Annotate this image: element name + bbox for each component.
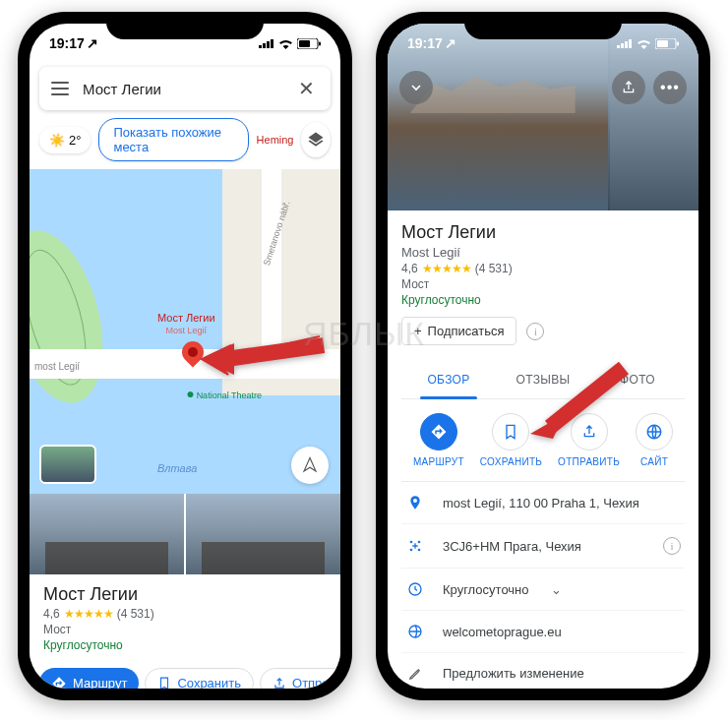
- send-button[interactable]: Отправить: [260, 668, 340, 689]
- layers-button[interactable]: [301, 122, 331, 157]
- stars-icon: ★★★★★: [422, 262, 471, 275]
- phone-frame-left: 19:17 ↗ Мост Легии: [18, 12, 352, 700]
- svg-point-18: [410, 541, 413, 544]
- layers-icon: [307, 131, 325, 149]
- hours-text: Круглосуточно: [443, 582, 529, 597]
- poi-theatre[interactable]: National Theatre: [186, 386, 262, 401]
- plus-code-icon: [405, 538, 425, 554]
- globe-icon: [645, 423, 663, 441]
- address-row[interactable]: most Legií, 110 00 Praha 1, Чехия: [401, 482, 685, 524]
- photo-strip[interactable]: [30, 494, 340, 574]
- info-button[interactable]: i: [663, 537, 681, 555]
- plus-code-row[interactable]: 3CJ6+HM Прага, Чехия i: [401, 524, 685, 569]
- svg-point-19: [418, 541, 421, 544]
- bookmark-icon: [157, 677, 171, 690]
- clock-icon: [405, 581, 425, 597]
- chevron-down-icon: [408, 80, 424, 95]
- signal-icon: [617, 38, 633, 48]
- share-icon: [621, 80, 637, 95]
- search-query[interactable]: Мост Легии: [83, 81, 294, 97]
- rating-count: (4 531): [475, 262, 513, 275]
- action-buttons: Маршрут Сохранить Отправить: [30, 662, 340, 689]
- route-button[interactable]: МАРШРУТ: [413, 413, 464, 467]
- road-label: most Legií: [34, 361, 80, 372]
- svg-rect-12: [629, 39, 632, 48]
- svg-rect-1: [263, 43, 266, 48]
- phone-frame-right: 19:17 ↗: [376, 12, 710, 700]
- annotation-arrow: [525, 360, 634, 444]
- place-title: Мост Легии: [401, 222, 685, 243]
- wifi-icon: [637, 38, 651, 49]
- svg-rect-2: [267, 41, 270, 48]
- directions-icon: [51, 676, 67, 690]
- notch: [464, 12, 622, 39]
- place-hours: Круглосуточно: [43, 638, 327, 652]
- info-list: most Legií, 110 00 Praha 1, Чехия 3CJ6+H…: [401, 481, 685, 689]
- share-icon: [273, 677, 286, 690]
- more-button[interactable]: •••: [653, 71, 687, 104]
- annotation-arrow: [197, 331, 325, 376]
- website-text: welcometoprague.eu: [443, 625, 562, 639]
- hours-row[interactable]: Круглосуточно ⌄: [401, 569, 685, 611]
- weather-temp: 2°: [69, 133, 81, 148]
- weather-chip[interactable]: ☀️ 2°: [39, 127, 91, 153]
- globe-icon: [405, 624, 425, 639]
- river-label: Влтава: [157, 462, 197, 474]
- rating-count: (4 531): [117, 607, 154, 621]
- place-type: Мост: [401, 277, 685, 291]
- hamburger-icon[interactable]: [51, 82, 69, 95]
- rating-value: 4,6: [401, 262, 418, 275]
- svg-rect-15: [677, 41, 679, 45]
- status-time: 19:17: [407, 35, 443, 51]
- photo-thumb[interactable]: [30, 494, 184, 574]
- website-row[interactable]: welcometoprague.eu: [401, 611, 685, 653]
- battery-icon: [655, 38, 679, 49]
- location-services-icon: ↗: [445, 35, 456, 51]
- status-time: 19:17: [49, 35, 85, 51]
- svg-point-21: [418, 549, 421, 552]
- stars-icon: ★★★★★: [64, 607, 113, 621]
- suggest-edit-row[interactable]: Предложить изменение: [401, 653, 685, 689]
- place-subtitle: Most Legií: [401, 245, 685, 260]
- place-hours: Круглосуточно: [401, 293, 685, 307]
- similar-places-chip[interactable]: Показать похожие места: [98, 118, 248, 161]
- map[interactable]: Smetanovo nábř. Мост Легии Most Legií mo…: [30, 169, 340, 494]
- svg-rect-3: [271, 39, 273, 48]
- save-button[interactable]: Сохранить: [145, 668, 254, 689]
- svg-rect-5: [299, 40, 310, 47]
- streetview-thumbnail[interactable]: [39, 445, 96, 484]
- svg-rect-9: [617, 45, 620, 48]
- subscribe-button[interactable]: + Подписаться: [401, 317, 516, 345]
- svg-rect-11: [625, 41, 628, 48]
- park-area: [30, 219, 120, 413]
- notch: [106, 12, 264, 39]
- place-title: Мост Легии: [43, 584, 327, 605]
- suggest-text: Предложить изменение: [443, 666, 584, 681]
- hero-image[interactable]: 19:17 ↗: [388, 24, 698, 210]
- wifi-icon: [278, 38, 293, 49]
- pencil-icon: [405, 667, 425, 681]
- bookmark-icon: [503, 424, 518, 440]
- address-text: most Legií, 110 00 Praha 1, Чехия: [443, 496, 639, 510]
- info-button[interactable]: i: [526, 323, 544, 340]
- svg-rect-8: [225, 337, 325, 367]
- compass-button[interactable]: [291, 447, 329, 484]
- svg-rect-0: [259, 45, 262, 48]
- share-button[interactable]: [612, 71, 645, 104]
- svg-rect-14: [657, 40, 668, 47]
- sun-icon: ☀️: [49, 133, 65, 148]
- rating-value: 4,6: [43, 607, 60, 621]
- more-icon: •••: [660, 79, 680, 96]
- location-services-icon: ↗: [87, 35, 98, 51]
- photo-thumb[interactable]: [186, 494, 340, 574]
- website-button[interactable]: САЙТ: [636, 413, 673, 467]
- route-button[interactable]: Маршрут: [39, 668, 139, 689]
- search-bar[interactable]: Мост Легии ✕: [39, 67, 331, 110]
- tab-overview[interactable]: ОБЗОР: [401, 361, 496, 398]
- clear-search-icon[interactable]: ✕: [294, 77, 319, 100]
- svg-rect-10: [621, 43, 624, 48]
- svg-rect-6: [319, 41, 321, 45]
- place-card: Мост Легии 4,6 ★★★★★ (4 531) Мост Кругло…: [30, 574, 340, 662]
- svg-point-20: [410, 549, 413, 552]
- back-button[interactable]: [399, 71, 433, 104]
